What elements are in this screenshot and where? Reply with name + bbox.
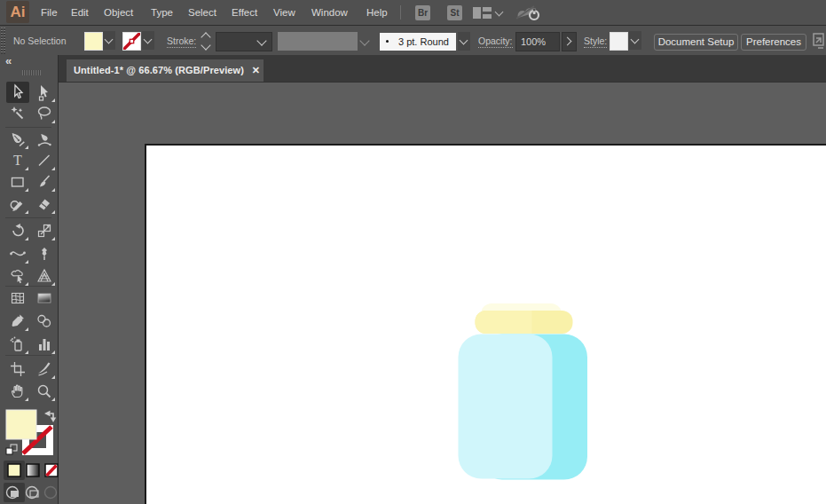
svg-text:T: T <box>13 153 22 168</box>
